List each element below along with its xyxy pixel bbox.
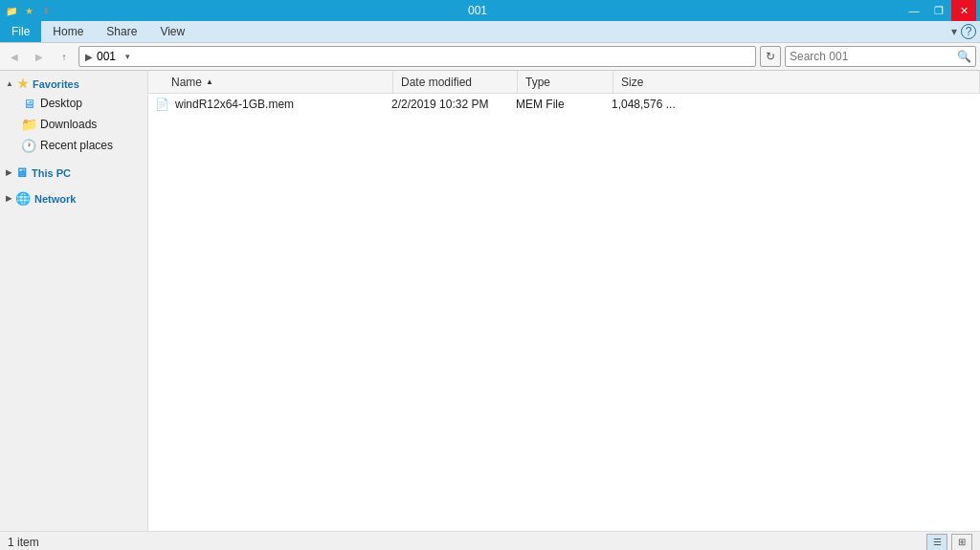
file-list: 📄 windR12x64-1GB.mem 2/2/2019 10:32 PM M… (148, 94, 980, 531)
sidebar-divider-2 (0, 182, 147, 189)
file-type: MEM File (508, 98, 604, 111)
help-icon[interactable]: ? (961, 24, 976, 39)
address-bar: ◀ ▶ ↑ ▶ Name 001 ▾ ↻ 🔍 (0, 43, 980, 71)
quick-access-icon3[interactable]: ⬇ (38, 3, 54, 18)
search-box[interactable]: 🔍 (785, 46, 976, 67)
col-header-name[interactable]: Name ▲ (164, 71, 393, 93)
thispc-icon: 🖥 (15, 165, 28, 180)
file-date: 2/2/2019 10:32 PM (384, 98, 508, 111)
sidebar-item-desktop[interactable]: 🖥 Desktop (0, 93, 147, 114)
sidebar-section-network[interactable]: ▶ 🌐 Network (0, 189, 147, 208)
title-bar: 📁 ★ ⬇ 001 — ❐ ✕ (0, 0, 980, 21)
favorites-label: Favorites (33, 78, 79, 90)
col-header-size[interactable]: Size (613, 71, 980, 93)
thispc-label: This PC (32, 167, 71, 179)
column-header: Name ▲ Date modified Type Size (148, 71, 980, 94)
status-right: ☰ ⊞ (926, 534, 972, 551)
ribbon-tabs: File Home Share View ▾ ? (0, 21, 980, 42)
recent-places-icon: 🕐 (21, 138, 36, 153)
tab-share[interactable]: Share (95, 21, 148, 42)
col-header-date[interactable]: Date modified (393, 71, 518, 93)
options-icon[interactable]: ▾ (951, 25, 957, 38)
sidebar-item-downloads[interactable]: 📁 Downloads (0, 114, 147, 135)
thispc-arrow: ▶ (6, 168, 11, 177)
table-row[interactable]: 📄 windR12x64-1GB.mem 2/2/2019 10:32 PM M… (148, 94, 980, 115)
address-path[interactable]: ▶ Name 001 ▾ (78, 46, 756, 67)
file-area: Name ▲ Date modified Type Size 📄 windR12… (148, 71, 980, 531)
sidebar-section-thispc[interactable]: ▶ 🖥 This PC (0, 164, 147, 182)
minimize-button[interactable]: — (902, 0, 926, 21)
favorites-star-icon: ★ (17, 77, 29, 91)
col-size-label: Size (621, 76, 643, 89)
title-bar-icons: 📁 ★ ⬇ (4, 3, 54, 18)
quick-access-icon1[interactable]: 📁 (4, 3, 19, 18)
close-button[interactable]: ✕ (951, 0, 976, 21)
file-mem-icon: 📄 (154, 97, 169, 112)
sidebar-section-favorites[interactable]: ▲ ★ Favorites (0, 75, 147, 93)
maximize-button[interactable]: ❐ (926, 0, 951, 21)
col-date-label: Date modified (401, 76, 472, 89)
sidebar: ▲ ★ Favorites 🖥 Desktop 📁 Downloads 🕐 Re… (0, 71, 148, 531)
view-large-icons-button[interactable]: ⊞ (951, 534, 972, 551)
col-type-label: Type (525, 76, 550, 89)
address-dropdown[interactable]: ▾ (120, 46, 135, 67)
file-name: windR12x64-1GB.mem (175, 98, 384, 111)
back-button[interactable]: ◀ (4, 46, 25, 67)
recent-places-label: Recent places (40, 139, 113, 152)
downloads-label: Downloads (40, 118, 97, 131)
tab-home[interactable]: Home (41, 21, 95, 42)
tab-view[interactable]: View (148, 21, 196, 42)
view-details-button[interactable]: ☰ (926, 534, 947, 551)
ribbon: File Home Share View ▾ ? (0, 21, 980, 43)
col-header-type[interactable]: Type (518, 71, 613, 93)
ribbon-right: ▾ ? (951, 24, 980, 39)
desktop-label: Desktop (40, 97, 82, 110)
file-size: 1,048,576 ... (604, 98, 980, 111)
path-001: 001 (97, 50, 116, 63)
window-title: 001 (54, 4, 902, 17)
sort-arrow-name: ▲ (206, 77, 213, 86)
col-name-label: Name (171, 76, 202, 89)
search-icon[interactable]: 🔍 (957, 50, 971, 63)
network-arrow: ▶ (6, 194, 11, 203)
path-arrow: ▶ (85, 52, 93, 62)
status-bar: 1 item ☰ ⊞ (0, 531, 980, 550)
tab-file[interactable]: File (0, 21, 41, 42)
favorites-arrow: ▲ (6, 79, 13, 88)
network-label: Network (34, 193, 76, 205)
window-controls: — ❐ ✕ (902, 0, 976, 21)
sidebar-divider-1 (0, 156, 147, 164)
refresh-button[interactable]: ↻ (760, 46, 781, 67)
network-icon: 🌐 (15, 191, 31, 206)
title-bar-left: 📁 ★ ⬇ (4, 3, 54, 18)
item-count: 1 item (8, 536, 39, 549)
forward-button[interactable]: ▶ (29, 46, 50, 67)
up-button[interactable]: ↑ (54, 46, 75, 67)
quick-access-icon2[interactable]: ★ (21, 3, 36, 18)
downloads-icon: 📁 (21, 117, 36, 132)
search-input[interactable] (790, 50, 957, 63)
main-area: ▲ ★ Favorites 🖥 Desktop 📁 Downloads 🕐 Re… (0, 71, 980, 531)
desktop-icon: 🖥 (21, 96, 36, 111)
sidebar-item-recent-places[interactable]: 🕐 Recent places (0, 135, 147, 156)
